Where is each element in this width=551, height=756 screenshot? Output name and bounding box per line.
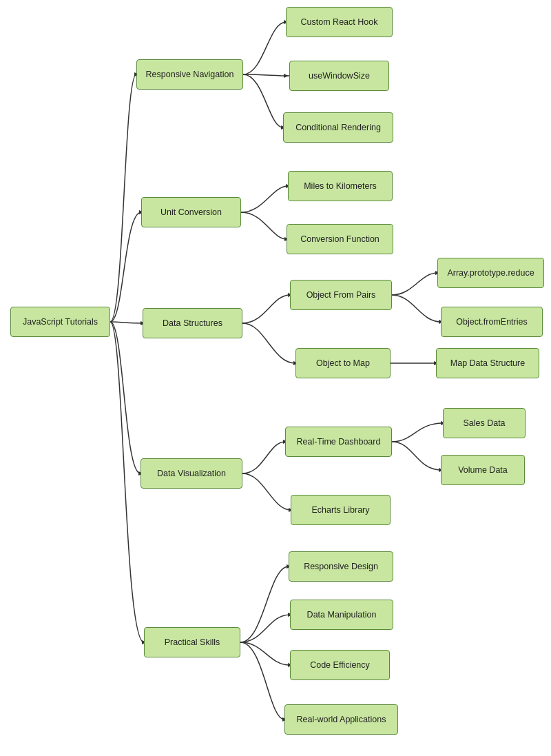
node-unit-conversion[interactable]: Unit Conversion — [141, 197, 241, 227]
node-real-time-dashboard[interactable]: Real-Time Dashboard — [285, 427, 392, 457]
node-data-visualization[interactable]: Data Visualization — [141, 458, 242, 489]
node-practical-skills[interactable]: Practical Skills — [144, 627, 240, 657]
node-data-manipulation[interactable]: Data Manipulation — [290, 600, 393, 630]
node-conversion-function[interactable]: Conversion Function — [287, 224, 393, 254]
node-echarts-library[interactable]: Echarts Library — [291, 495, 391, 525]
node-miles-to-km[interactable]: Miles to Kilometers — [288, 171, 393, 201]
node-sales-data[interactable]: Sales Data — [443, 408, 526, 438]
node-root[interactable]: JavaScript Tutorials — [10, 307, 110, 337]
node-responsive-nav[interactable]: Responsive Navigation — [136, 59, 243, 90]
node-map-data-structure[interactable]: Map Data Structure — [436, 348, 539, 378]
node-real-world-apps[interactable]: Real-world Applications — [284, 704, 398, 735]
node-volume-data[interactable]: Volume Data — [441, 455, 525, 485]
node-use-window-size[interactable]: useWindowSize — [289, 61, 389, 91]
node-object-to-map[interactable]: Object to Map — [295, 348, 391, 378]
node-responsive-design[interactable]: Responsive Design — [289, 551, 393, 582]
node-custom-react-hook[interactable]: Custom React Hook — [286, 7, 393, 37]
node-code-efficiency[interactable]: Code Efficiency — [290, 650, 390, 680]
node-data-structures[interactable]: Data Structures — [143, 308, 242, 338]
svg-marker-1 — [284, 74, 289, 78]
diagram-container: JavaScript Tutorials Responsive Navigati… — [0, 0, 551, 756]
node-array-prototype-reduce[interactable]: Array.prototype.reduce — [437, 258, 544, 288]
node-object-from-entries[interactable]: Object.fromEntries — [441, 307, 543, 337]
node-object-from-pairs[interactable]: Object From Pairs — [290, 280, 392, 310]
node-conditional-rendering[interactable]: Conditional Rendering — [283, 112, 393, 143]
